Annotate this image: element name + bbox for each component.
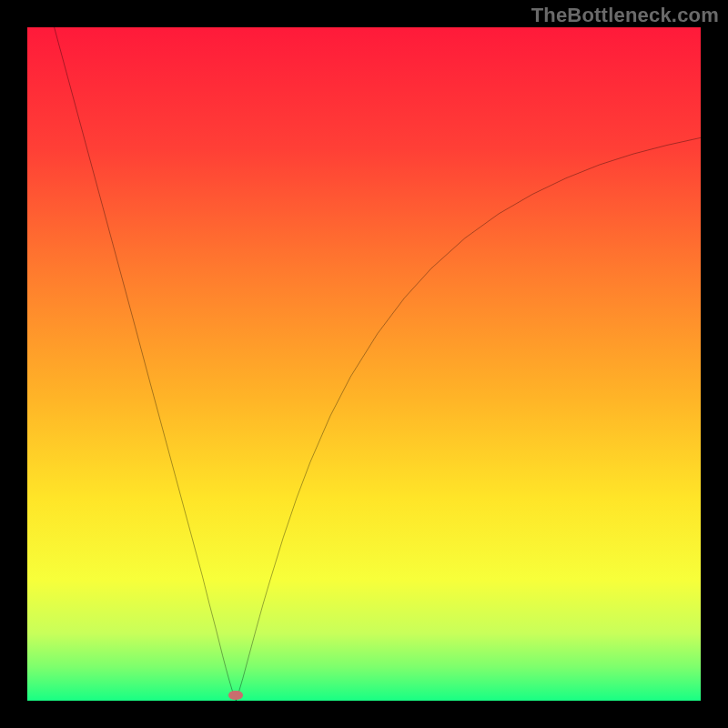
watermark-text: TheBottleneck.com bbox=[531, 4, 719, 27]
chart-frame: TheBottleneck.com bbox=[0, 0, 728, 728]
bottleneck-marker bbox=[228, 691, 243, 700]
plot-area bbox=[27, 27, 701, 701]
bottleneck-curve bbox=[27, 27, 701, 701]
